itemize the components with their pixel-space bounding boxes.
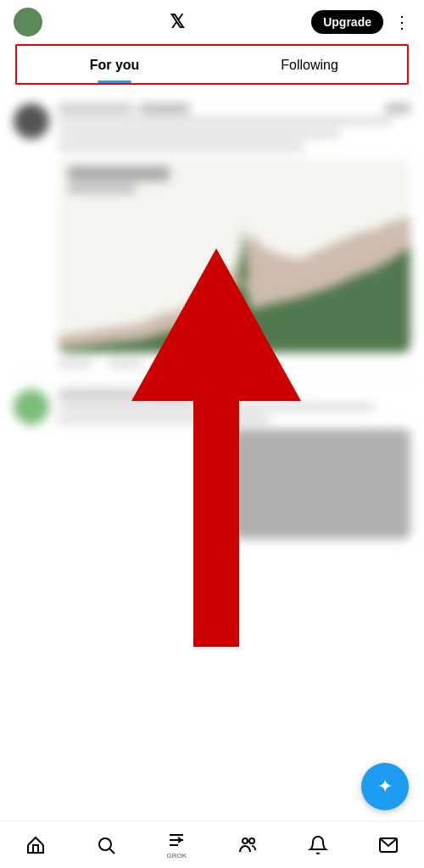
bell-icon: [308, 835, 328, 855]
more-icon[interactable]: ⋮: [393, 12, 410, 32]
chart-svg: [58, 200, 410, 353]
nav-notifications[interactable]: [298, 832, 338, 859]
fake-action-1: [58, 359, 92, 368]
tweet-1: [14, 93, 410, 379]
nav-people[interactable]: [227, 832, 268, 859]
search-icon: [96, 835, 116, 855]
fake-text-4: [58, 403, 375, 411]
tab-for-you[interactable]: For you: [17, 46, 212, 83]
tweet-content-1: [58, 103, 410, 368]
tab-bar: For you Following: [15, 44, 409, 85]
svg-point-2: [243, 838, 248, 843]
chart-title-fake: [68, 166, 170, 181]
compose-button[interactable]: ✦: [361, 763, 409, 810]
fake-handle-2: [148, 389, 190, 399]
fake-text-5: [58, 415, 270, 424]
tweet-avatar-2: [14, 389, 49, 425]
fake-action-4: [210, 359, 232, 368]
grok-icon: [166, 830, 187, 850]
people-icon: [237, 835, 258, 855]
svg-point-3: [249, 838, 254, 843]
fake-handle: [139, 103, 190, 114]
fake-name: [58, 103, 134, 114]
compose-icon: ✦: [377, 776, 393, 798]
home-icon: [25, 835, 46, 855]
upgrade-button[interactable]: Upgrade: [311, 10, 383, 34]
header-right: Upgrade ⋮: [311, 10, 410, 34]
svg-line-1: [109, 849, 114, 854]
header: 𝕏 Upgrade ⋮: [0, 0, 424, 44]
fake-text-3: [58, 142, 304, 151]
mail-icon: [378, 835, 399, 855]
fake-time: [385, 103, 410, 114]
fake-text-1: [58, 117, 393, 125]
fake-text-2: [58, 130, 340, 138]
tweet-avatar-1: [14, 103, 49, 139]
image-placeholder: [232, 429, 410, 539]
feed-blur: [0, 85, 424, 558]
grok-label: GROK: [167, 852, 187, 860]
nav-grok[interactable]: GROK: [156, 826, 197, 863]
fake-name-2: [58, 389, 142, 399]
feed-container: [0, 85, 424, 819]
tweet-actions-1: [58, 359, 410, 368]
chart-subtitle-fake: [68, 185, 136, 193]
chart-title: [58, 158, 410, 197]
avatar[interactable]: [14, 8, 42, 36]
tab-following[interactable]: Following: [212, 46, 407, 83]
nav-home[interactable]: [15, 832, 56, 859]
svg-point-0: [99, 838, 111, 850]
nav-messages[interactable]: [368, 832, 409, 859]
bottom-nav: GROK: [0, 821, 424, 868]
fake-action-3: [159, 359, 193, 368]
tweet-2: [14, 379, 410, 549]
tweet-content-2: [58, 389, 410, 539]
fake-action-5: [248, 359, 270, 368]
fake-action-2: [109, 359, 142, 368]
nav-search[interactable]: [86, 832, 126, 859]
x-logo: 𝕏: [170, 11, 184, 33]
chart-container: [58, 158, 410, 353]
